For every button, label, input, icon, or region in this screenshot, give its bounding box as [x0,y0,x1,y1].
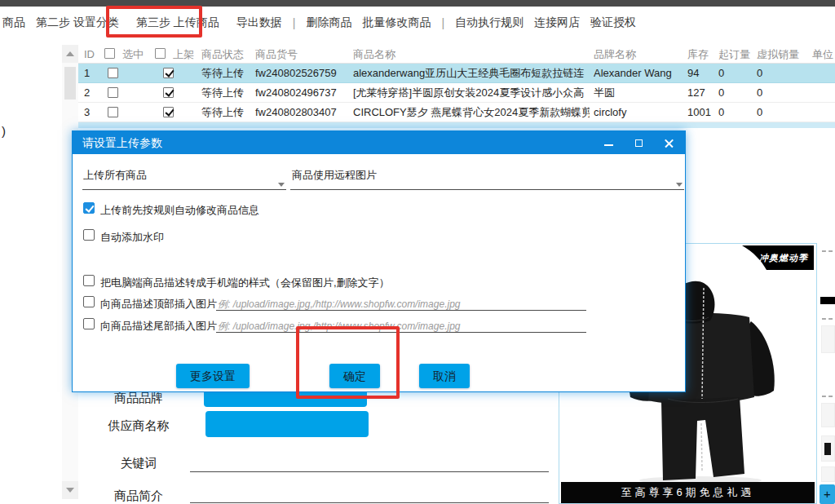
header-unit: 单位 [812,45,833,64]
cell-id: 2 [84,83,90,103]
mobile-style-checkbox[interactable] [83,275,95,286]
cell-stock: 1001 [687,103,711,122]
header-select-all-checkbox[interactable] [104,48,115,59]
upload-scope-dropdown-underline[interactable] [82,189,286,190]
promo-badge: 冲奥燃动季 [737,245,814,270]
toolbar: 商品 第二步 设置分类 第三步 上传商品 导出数据 | 删除商品 批量修改商品 … [2,7,636,39]
cell-brand: circlofy [594,103,685,122]
insert-top-image-input[interactable] [216,310,586,311]
table-row[interactable]: 2 等待上传 fw240802496737 [尤莱特穿搭]半圆原创女装2024夏… [78,83,835,103]
cell-name: alexanderwang亚历山大王经典毛圈布短款拉链连 [353,64,590,83]
toolbar-item-products[interactable]: 商品 [2,15,25,30]
header-id: ID [84,45,95,64]
toolbar-item-verify-auth[interactable]: 验证授权 [590,15,636,30]
insert-bottom-image-input[interactable] [216,332,586,333]
close-icon[interactable] [665,139,674,148]
row-listed-checkbox[interactable] [163,107,174,117]
toolbar-item-connect-shop[interactable]: 连接网店 [534,15,580,30]
more-settings-button[interactable]: 更多设置 [176,364,250,388]
add-image-button[interactable]: + [820,484,835,504]
keywords-input[interactable] [190,471,549,472]
header-selected: 选中 [122,45,144,64]
dialog-titlebar[interactable]: 请设置上传参数 [73,131,685,154]
row-select-checkbox[interactable] [108,68,118,78]
thumbnail-item[interactable] [821,466,835,482]
header-brand: 品牌名称 [594,45,685,64]
insert-top-image-checkbox[interactable] [83,296,95,307]
arrow-down-icon [66,488,74,493]
window-top-bar [0,0,835,7]
toolbar-separator: | [293,16,296,29]
promo-badge-text: 冲奥燃动季 [759,252,808,264]
row-select-checkbox[interactable] [108,107,118,117]
header-name: 商品名称 [353,45,590,64]
auto-modify-label: 上传前先按规则自动修改商品信息 [100,203,259,218]
cancel-button[interactable]: 取消 [419,364,470,388]
thumbnail-item[interactable] [821,325,835,353]
cell-sku: fw240802526759 [255,64,337,83]
toolbar-item-step2-categories[interactable]: 第二步 设置分类 [36,15,119,30]
partial-highlighted-row [78,122,835,128]
upload-scope-dropdown-value[interactable]: 上传所有商品 [83,168,147,183]
cell-stock: 94 [687,64,699,83]
image-mode-dropdown-value[interactable]: 商品使用远程图片 [292,168,377,183]
image-mode-dropdown-underline[interactable] [290,189,684,190]
header-status: 商品状态 [201,45,244,64]
cell-name: [尤莱特穿搭]半圆原创女装2024夏季设计感小众高 [353,83,590,103]
cell-virtual-sales: 0 [757,83,762,103]
cell-min-order: 0 [718,64,724,83]
dialog-window-controls [604,131,674,154]
scrollbar-up-button[interactable] [62,45,78,63]
mobile-style-label: 把电脑端商品描述转成手机端的样式（会保留图片,删除文字） [100,276,390,290]
scrollbar-down-button[interactable] [62,481,78,499]
insert-bottom-image-checkbox[interactable] [83,318,95,329]
table-row[interactable]: 1 等待上传 fw240802526759 alexanderwang亚历山大王… [78,64,835,83]
auto-modify-checkbox[interactable] [83,202,95,214]
thumbnail-placeholder-dash [822,250,833,252]
cell-name: CIRCLOFY瑟夕 燕尾蝶背心女2024夏季新款蝴蝶剪 [353,103,590,122]
toolbar-item-auto-rules[interactable]: 自动执行规则 [455,15,524,30]
upload-params-dialog: 请设置上传参数 上传所有商品 商品使用远程图片 上传前先按规则自动修改商品信息 … [72,130,686,392]
scrollbar-thumb[interactable] [64,67,76,99]
brand-field-label: 商品品牌 [101,391,176,406]
header-listed: 上架 [173,45,194,64]
chevron-down-icon[interactable] [676,183,683,187]
insert-bottom-image-label: 向商品描述尾部插入图片 [100,319,217,334]
promo-banner: 至高尊享6期免息礼遇 [561,482,815,503]
thumbnail-item[interactable] [821,435,835,462]
cell-virtual-sales: 0 [757,103,762,122]
thumbnail-item[interactable] [821,403,835,427]
cell-brand: Alexander Wang [594,64,685,83]
cell-virtual-sales: 0 [757,64,762,83]
thumbnail-placeholder-dash [822,396,833,397]
watermark-checkbox[interactable] [83,229,95,241]
toolbar-item-batch-edit[interactable]: 批量修改商品 [362,15,431,30]
stray-text-fragment: ) [2,124,6,138]
table-row[interactable]: 3 等待上传 fw240802803407 CIRCLOFY瑟夕 燕尾蝶背心女2… [78,103,835,122]
arrow-up-icon [66,51,74,56]
cell-sku: fw240802803407 [255,103,337,122]
header-virtual-sales: 虚拟销量 [757,45,799,64]
toolbar-item-step3-upload[interactable]: 第三步 上传商品 [130,15,226,30]
header-min-order: 起订量 [718,45,750,64]
ok-button[interactable]: 确定 [329,364,380,388]
app-window: 商品 第二步 设置分类 第三步 上传商品 导出数据 | 删除商品 批量修改商品 … [0,0,835,504]
chevron-down-icon[interactable] [278,183,285,187]
supplier-field-label: 供应商名称 [101,418,176,434]
row-listed-checkbox[interactable] [163,68,174,78]
row-select-checkbox[interactable] [108,87,118,98]
supplier-field[interactable] [205,411,369,437]
header-sku: 商品货号 [255,45,298,64]
cell-sku: fw240802496737 [255,83,337,103]
insert-top-image-label: 向商品描述顶部插入图片 [100,297,217,312]
toolbar-separator: | [441,16,444,29]
toolbar-item-export-data[interactable]: 导出数据 [236,15,282,30]
minimize-icon[interactable] [604,144,613,146]
maximize-icon[interactable] [635,139,643,147]
header-listed-all-checkbox[interactable] [155,48,166,59]
thumbnail-fragment[interactable] [820,297,835,304]
row-listed-checkbox[interactable] [163,87,174,98]
toolbar-item-delete-products[interactable]: 删除商品 [306,15,351,30]
keywords-field-label: 关键词 [101,456,176,471]
intro-input[interactable] [190,502,549,503]
